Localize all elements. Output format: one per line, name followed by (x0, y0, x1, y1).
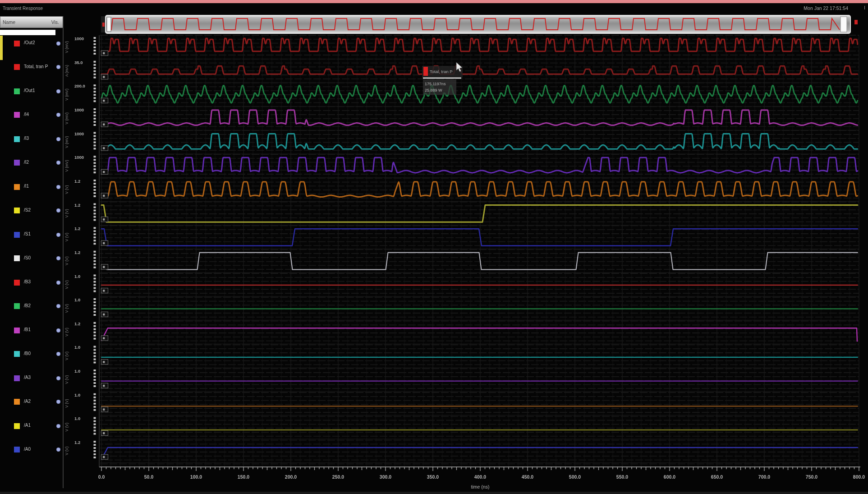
svg-text:550.0: 550.0 (616, 474, 628, 480)
svg-text:A (mA): A (mA) (64, 65, 69, 77)
svg-text:V (V): V (V) (64, 375, 69, 384)
svg-text:V (V): V (V) (64, 185, 69, 194)
svg-text:V (V): V (V) (64, 233, 69, 242)
svg-text:V (mV): V (mV) (64, 88, 69, 101)
svg-text:V (V): V (V) (64, 351, 69, 360)
svg-text:35.0: 35.0 (74, 60, 83, 65)
svg-text:V (V): V (V) (64, 280, 69, 289)
svg-text:450.0: 450.0 (522, 474, 533, 480)
svg-text:200.0: 200.0 (285, 474, 297, 480)
svg-text:1.0: 1.0 (74, 297, 80, 302)
svg-text:V (V): V (V) (64, 447, 69, 456)
svg-text:1.2: 1.2 (74, 179, 80, 184)
svg-text:1.0: 1.0 (74, 369, 80, 374)
svg-text:0.0: 0.0 (98, 474, 105, 480)
svg-text:V (mV): V (mV) (64, 112, 69, 125)
svg-text:350.0: 350.0 (427, 474, 439, 480)
svg-text:1.2: 1.2 (74, 226, 80, 231)
svg-text:750.0: 750.0 (806, 474, 817, 480)
svg-text:V (V): V (V) (64, 328, 69, 337)
svg-text:1000: 1000 (74, 131, 84, 136)
svg-text:V (V): V (V) (64, 256, 69, 265)
svg-text:V (mV): V (mV) (64, 41, 69, 53)
svg-text:600.0: 600.0 (664, 474, 675, 480)
svg-text:250.0: 250.0 (332, 474, 344, 480)
svg-text:700.0: 700.0 (758, 474, 770, 480)
svg-text:175.1197ns: 175.1197ns (425, 82, 446, 86)
svg-text:V (mV): V (mV) (64, 136, 69, 148)
svg-text:50.0: 50.0 (144, 474, 154, 480)
svg-text:1.2: 1.2 (74, 250, 80, 255)
svg-text:25.889 W: 25.889 W (425, 88, 442, 92)
svg-text:1.0: 1.0 (74, 416, 80, 421)
svg-text:Total, tran P: Total, tran P (430, 69, 453, 74)
svg-text:200.0: 200.0 (74, 83, 85, 88)
svg-text:650.0: 650.0 (711, 474, 723, 480)
svg-text:1.0: 1.0 (74, 392, 80, 397)
svg-text:400.0: 400.0 (474, 474, 486, 480)
svg-text:1.2: 1.2 (74, 440, 80, 445)
svg-text:V (V): V (V) (64, 399, 69, 408)
svg-text:800.0: 800.0 (853, 474, 865, 480)
svg-text:V (V): V (V) (64, 304, 69, 313)
svg-text:V (V): V (V) (64, 209, 69, 218)
svg-text:1.0: 1.0 (74, 345, 80, 350)
svg-text:150.0: 150.0 (238, 474, 249, 480)
svg-text:1.2: 1.2 (74, 321, 80, 326)
svg-text:300.0: 300.0 (380, 474, 391, 480)
svg-text:1000: 1000 (74, 155, 84, 160)
svg-text:1000: 1000 (74, 107, 84, 112)
svg-text:time (ns): time (ns) (471, 484, 490, 489)
svg-text:500.0: 500.0 (569, 474, 581, 480)
svg-text:1.2: 1.2 (74, 203, 80, 208)
svg-text:1.0: 1.0 (74, 274, 80, 279)
svg-text:1000: 1000 (74, 36, 84, 41)
svg-text:V (V): V (V) (64, 423, 69, 432)
svg-text:100.0: 100.0 (190, 474, 202, 480)
svg-text:V (mV): V (mV) (64, 160, 69, 172)
